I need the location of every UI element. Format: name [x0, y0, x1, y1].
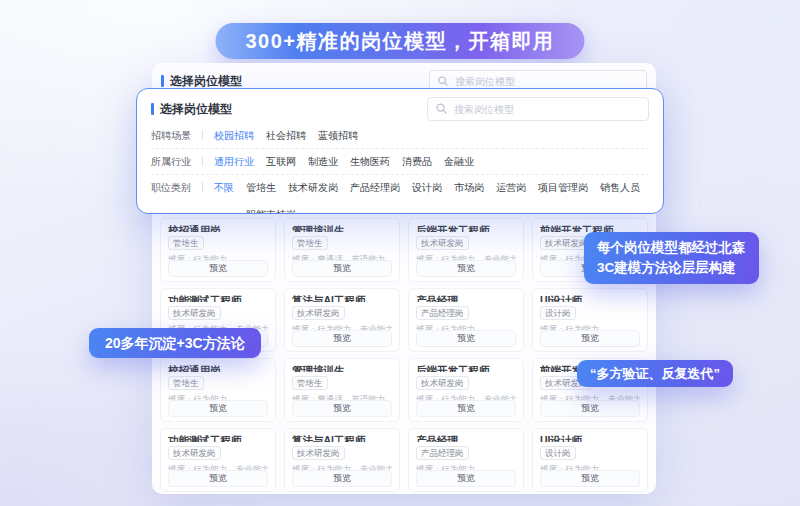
model-card: 产品经理 产品经理岗 维度：行为能力 预览 [408, 288, 524, 352]
preview-button[interactable]: 预览 [168, 400, 268, 417]
popup-search-box[interactable] [427, 97, 649, 121]
filter-option-selected[interactable]: 不限 [214, 181, 234, 194]
page-title-text: 选择岗位模型 [170, 73, 242, 90]
filter-option[interactable]: 社会招聘 [266, 129, 306, 142]
filter-label: 职位类别 [151, 181, 191, 194]
filter-option[interactable]: 职能支持岗 [246, 208, 296, 214]
filter-option-selected[interactable]: 校园招聘 [214, 129, 254, 142]
preview-button[interactable]: 预览 [168, 470, 268, 487]
card-category-tag: 产品经理岗 [416, 306, 469, 320]
card-category-tag: 产品经理岗 [416, 446, 469, 460]
callout-line: 3C建模方法论层层构建 [597, 258, 746, 278]
preview-button[interactable]: 预览 [292, 400, 392, 417]
preview-button[interactable]: 预览 [416, 470, 516, 487]
card-title: 算法与AI工程师 [292, 435, 392, 442]
card-category-tag: 管培生 [168, 376, 204, 390]
card-title: 管理培训生 [292, 365, 392, 372]
divider [202, 130, 203, 140]
filter-options: 互联网制造业生物医药消费品金融业 [266, 155, 649, 168]
model-card: 后端开发工程师 技术研发岗 维度：行为能力、专业能力 预览 [408, 218, 524, 282]
preview-button[interactable]: 预览 [540, 470, 640, 487]
preview-button[interactable]: 预览 [168, 260, 268, 277]
filter-options: 管培生技术研发岗产品经理岗设计岗市场岗运营岗项目管理岗销售人员职能支持岗 [246, 181, 649, 214]
model-card: 校招通用岗 管培生 维度：行为能力 预览 [160, 218, 276, 282]
card-title: 校招通用岗 [168, 365, 268, 372]
page-title: 选择岗位模型 [161, 73, 242, 90]
card-title: 后端开发工程师 [416, 365, 516, 372]
card-title: 前端开发工程师 [540, 225, 640, 232]
card-title: 产品经理 [416, 295, 516, 302]
preview-button[interactable]: 预览 [416, 260, 516, 277]
filter-option[interactable]: 销售人员 [600, 181, 640, 194]
card-title: 产品经理 [416, 435, 516, 442]
card-category-tag: 技术研发岗 [168, 306, 221, 320]
card-category-tag: 管培生 [292, 236, 328, 250]
model-picker-popup: 选择岗位模型 招聘场景 校园招聘 社会招聘蓝领招聘 所属行业 通用行业 互联网制… [136, 88, 664, 214]
model-card: 管理培训生 管培生 维度：普通话、英语能力、行为能力 预览 [284, 218, 400, 282]
divider [202, 182, 203, 192]
card-category-tag: 技术研发岗 [292, 446, 345, 460]
page-background: 300+精准的岗位模型，开箱即用 选择岗位模型 校招通用岗 管培生 维度：行为能… [0, 0, 800, 506]
card-category-tag: 技术研发岗 [292, 306, 345, 320]
filter-option[interactable]: 生物医药 [350, 155, 390, 168]
popup-search-input[interactable] [452, 103, 640, 116]
preview-button[interactable]: 预览 [540, 400, 640, 417]
preview-button[interactable]: 预览 [416, 400, 516, 417]
preview-button[interactable]: 预览 [292, 330, 392, 347]
callout-validation: “多方验证、反复迭代” [577, 360, 733, 387]
filter-row-industry: 所属行业 通用行业 互联网制造业生物医药消费品金融业 [151, 149, 649, 175]
title-accent-bar [151, 103, 154, 115]
search-icon [436, 100, 447, 118]
filter-option[interactable]: 项目管理岗 [538, 181, 588, 194]
card-title: 管理培训生 [292, 225, 392, 232]
filter-option[interactable]: 市场岗 [454, 181, 484, 194]
filter-option[interactable]: 消费品 [402, 155, 432, 168]
card-category-tag: 设计岗 [540, 446, 576, 460]
callout-methodology: 每个岗位模型都经过北森 3C建模方法论层层构建 [584, 232, 759, 284]
filter-option[interactable]: 蓝领招聘 [318, 129, 358, 142]
filter-options: 社会招聘蓝领招聘 [266, 129, 649, 142]
callout-experience: 20多年沉淀+3C方法论 [89, 328, 261, 358]
filter-option[interactable]: 技术研发岗 [288, 181, 338, 194]
card-title: UI设计师 [540, 295, 640, 302]
filter-label: 所属行业 [151, 155, 191, 168]
filter-option-selected[interactable]: 通用行业 [214, 155, 254, 168]
headline-banner: 300+精准的岗位模型，开箱即用 [215, 23, 584, 59]
card-title: 算法与AI工程师 [292, 295, 392, 302]
card-title: 功能测试工程师 [168, 435, 268, 442]
filter-option[interactable]: 运营岗 [496, 181, 526, 194]
model-card: UI设计师 设计岗 维度：行为能力 预览 [532, 288, 648, 352]
model-card: UI设计师 设计岗 维度：行为能力 预览 [532, 428, 648, 492]
filter-option[interactable]: 管培生 [246, 181, 276, 194]
preview-button[interactable]: 预览 [292, 260, 392, 277]
card-title: UI设计师 [540, 435, 640, 442]
filter-option[interactable]: 产品经理岗 [350, 181, 400, 194]
model-card: 算法与AI工程师 技术研发岗 维度：行为能力、专业能力 预览 [284, 428, 400, 492]
filter-label: 招聘场景 [151, 129, 191, 142]
popup-title: 选择岗位模型 [151, 101, 232, 118]
model-card: 校招通用岗 管培生 维度：行为能力 预览 [160, 358, 276, 422]
preview-button[interactable]: 预览 [416, 330, 516, 347]
card-title: 后端开发工程师 [416, 225, 516, 232]
model-card: 后端开发工程师 技术研发岗 维度：行为能力、专业能力 预览 [408, 358, 524, 422]
preview-button[interactable]: 预览 [540, 330, 640, 347]
filter-option[interactable]: 金融业 [444, 155, 474, 168]
model-card: 产品经理 产品经理岗 维度：行为能力 预览 [408, 428, 524, 492]
popup-title-text: 选择岗位模型 [160, 101, 232, 118]
card-title: 功能测试工程师 [168, 295, 268, 302]
filter-option[interactable]: 互联网 [266, 155, 296, 168]
model-card: 功能测试工程师 技术研发岗 维度：行为能力、专业能力 预览 [160, 428, 276, 492]
popup-header: 选择岗位模型 [151, 97, 649, 121]
card-category-tag: 技术研发岗 [168, 446, 221, 460]
search-input[interactable] [453, 75, 638, 88]
card-title: 校招通用岗 [168, 225, 268, 232]
card-category-tag: 设计岗 [540, 306, 576, 320]
preview-button[interactable]: 预览 [292, 470, 392, 487]
filter-option[interactable]: 制造业 [308, 155, 338, 168]
filter-row-scene: 招聘场景 校园招聘 社会招聘蓝领招聘 [151, 123, 649, 149]
card-category-tag: 技术研发岗 [416, 236, 469, 250]
filter-row-category: 职位类别 不限 管培生技术研发岗产品经理岗设计岗市场岗运营岗项目管理岗销售人员职… [151, 175, 649, 214]
model-card: 管理培训生 管培生 维度：普通话、英语能力、行为能力 预览 [284, 358, 400, 422]
filter-option[interactable]: 设计岗 [412, 181, 442, 194]
callout-line: 每个岗位模型都经过北森 [597, 238, 746, 258]
